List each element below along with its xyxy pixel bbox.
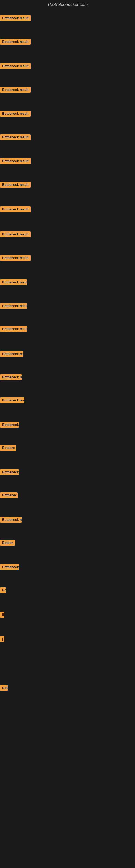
- bottleneck-label: B: [0, 612, 4, 618]
- bottleneck-result-item: Bottleneck result: [0, 231, 31, 239]
- bottleneck-label: Bottlen: [0, 540, 15, 546]
- bottleneck-label: Bottleneck result: [0, 87, 31, 93]
- bottleneck-result-item: Bottleneck: [0, 469, 19, 476]
- bottleneck-result-item: Bottleneck result: [0, 15, 31, 22]
- bottleneck-result-item: |: [0, 636, 4, 643]
- bottleneck-label: Bottlene: [0, 445, 16, 451]
- bottleneck-result-item: Bottleneck result: [0, 39, 31, 46]
- bottleneck-label: Bottleneck result: [0, 134, 31, 140]
- bottleneck-label: |: [0, 636, 4, 642]
- bottleneck-result-item: Bottleneck result: [0, 255, 31, 262]
- bottleneck-label: Bottleneck: [0, 422, 19, 428]
- bottleneck-label: Bottleneck re: [0, 374, 21, 380]
- bottleneck-result-item: Bottleneck result: [0, 87, 31, 94]
- bottleneck-result-item: Bottleneck: [0, 564, 19, 571]
- bottleneck-result-item: Bottlenec: [0, 492, 17, 499]
- bottleneck-result-item: Bottleneck result: [0, 326, 27, 333]
- bottleneck-label: Bo: [0, 587, 6, 593]
- bottleneck-result-item: Bottleneck result: [0, 207, 31, 214]
- bottleneck-result-item: Bottleneck result: [0, 63, 31, 70]
- bottleneck-label: Bottleneck re: [0, 517, 21, 523]
- bottleneck-label: Bottleneck result: [0, 15, 31, 21]
- bottleneck-result-item: Bottleneck resul: [0, 397, 24, 404]
- bottleneck-result-item: Bottleneck result: [0, 279, 27, 286]
- bottleneck-label: Bottleneck result: [0, 351, 23, 357]
- bottleneck-result-item: Bottleneck: [0, 422, 19, 429]
- bottleneck-label: Bottleneck result: [0, 158, 31, 164]
- site-title: TheBottlenecker.com: [0, 0, 135, 9]
- bottleneck-result-item: Bottlen: [0, 540, 15, 547]
- bottleneck-result-item: B: [0, 612, 4, 619]
- bottleneck-result-item: Bottleneck result: [0, 182, 31, 189]
- bottleneck-result-item: Bottleneck result: [0, 134, 31, 141]
- bottleneck-result-item: Bottleneck result: [0, 111, 31, 118]
- bottleneck-label: Bottleneck result: [0, 63, 31, 69]
- bottleneck-result-item: Bottleneck result: [0, 351, 23, 358]
- bottleneck-label: Bottleneck result: [0, 111, 31, 117]
- bottleneck-label: Bottleneck result: [0, 303, 27, 309]
- bottleneck-result-item: Bottlene: [0, 445, 16, 452]
- bottleneck-result-item: Bottleneck re: [0, 517, 21, 524]
- bottleneck-label: Bottleneck result: [0, 207, 31, 212]
- bottleneck-label: Bottleneck result: [0, 326, 27, 332]
- bottleneck-label: Bottleneck result: [0, 279, 27, 285]
- bottleneck-label: Bottleneck result: [0, 182, 31, 188]
- bottleneck-label: Bottleneck result: [0, 255, 31, 261]
- bottleneck-label: Bottlenec: [0, 492, 17, 498]
- bottleneck-label: Bottleneck result: [0, 39, 31, 45]
- bottleneck-label: Bottleneck: [0, 564, 19, 570]
- bottleneck-label: Bot: [0, 685, 8, 691]
- bottleneck-label: Bottleneck: [0, 469, 19, 475]
- bottleneck-label: Bottleneck result: [0, 231, 31, 237]
- bottleneck-result-item: Bot: [0, 685, 8, 692]
- bottleneck-result-item: Bottleneck result: [0, 303, 27, 310]
- bottleneck-result-item: Bo: [0, 587, 6, 594]
- bottleneck-result-item: Bottleneck re: [0, 374, 21, 381]
- bottleneck-result-item: Bottleneck result: [0, 158, 31, 165]
- bottleneck-label: Bottleneck resul: [0, 397, 24, 403]
